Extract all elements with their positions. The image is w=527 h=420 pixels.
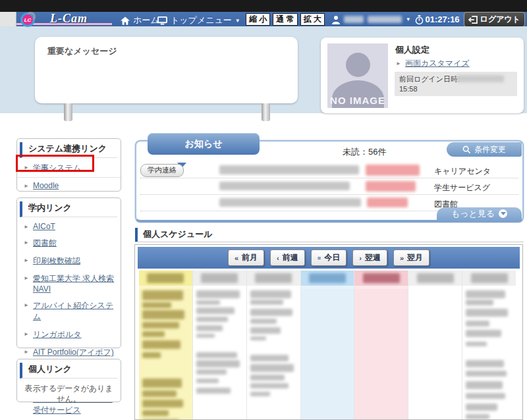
sidebar-item-parttime-job[interactable]: ►アルバイト紹介システム [17, 297, 121, 326]
normal-button[interactable]: 通 常 [273, 13, 297, 26]
brand-title: L-Cam [50, 12, 88, 26]
shrink-button[interactable]: 縮 小 [246, 13, 270, 26]
bullet-arrow-icon: ► [24, 275, 29, 281]
blurred-event [196, 307, 235, 314]
blurred-event [142, 410, 169, 416]
important-message-board: 重要なメッセージ [35, 37, 298, 103]
calendar-column [462, 271, 516, 420]
notice-row[interactable]: 学内連絡 キャリアセンタ [140, 162, 518, 178]
prev-week-button[interactable]: ‹前週 [270, 249, 305, 266]
blurred-event [466, 309, 508, 317]
condition-change-label: 条件変更 [474, 144, 506, 155]
circle-down-icon [499, 209, 507, 218]
blurred-event [196, 352, 237, 358]
board-leg [64, 103, 72, 121]
calendar-day-cell [193, 289, 246, 420]
ait-portfolio-link[interactable]: AIT Portfolio(アイポフ) [33, 347, 114, 358]
calendar-day-header [462, 271, 516, 286]
blurred-event [142, 290, 183, 300]
notice-tab[interactable]: お知らせ [148, 133, 260, 155]
logout-icon [468, 15, 478, 24]
see-more-button[interactable]: もっと見る [437, 207, 522, 220]
blurred-event [196, 360, 240, 367]
red-highlight-annotation [16, 155, 94, 172]
prev-month-button[interactable]: «前月 [228, 249, 264, 266]
nav-top-menu[interactable]: トップメニュー ▼ [157, 14, 240, 26]
bullet-arrow-icon: ► [24, 183, 29, 189]
calendar-day-cell [301, 289, 354, 420]
sidebar-item-aicot[interactable]: ►AICoT [17, 219, 121, 234]
aicot-link[interactable]: AICoT [33, 222, 55, 231]
today-button[interactable]: ■今日 [311, 249, 347, 266]
double-chevron-right-icon: » [400, 254, 404, 262]
blurred-event [142, 302, 171, 308]
board-leg [262, 103, 270, 121]
bullet-arrow-icon: ► [24, 257, 29, 263]
user-menu-chevron-icon[interactable]: ▼ [406, 16, 411, 22]
job-navi-link[interactable]: 愛知工業大学 求人検索NAVI [33, 273, 117, 294]
schedule-panel: «前月 ‹前週 ■今日 ›翌週 »翌月 [134, 244, 523, 420]
blurred-event [250, 355, 289, 361]
blurred-text [219, 165, 359, 174]
sidebar-item-job-navi[interactable]: ►愛知工業大学 求人検索NAVI [17, 270, 121, 297]
last-login-date-blurred [457, 75, 504, 82]
blurred-event [466, 360, 504, 367]
logout-button[interactable]: ログアウト [464, 12, 525, 27]
blurred-event [466, 371, 507, 377]
sidebar-item-moodle[interactable]: ► Moodle [17, 177, 121, 194]
blurred-event [142, 340, 180, 349]
blurred-day-label [255, 273, 292, 283]
sidebar-item-lingua-porta[interactable]: ►リンガポルタ [17, 326, 121, 344]
calendar-day-cell [408, 289, 462, 420]
lingua-porta-link[interactable]: リンガポルタ [33, 329, 82, 340]
bullet-arrow-icon: ► [24, 331, 29, 337]
blurred-event [466, 414, 489, 419]
next-week-button[interactable]: ›翌週 [352, 249, 387, 266]
blurred-day-label [417, 273, 454, 283]
moodle-link[interactable]: Moodle [33, 181, 59, 190]
condition-change-button[interactable]: 条件変更 [447, 142, 522, 157]
blurred-event [196, 300, 220, 305]
sidebar-item-library[interactable]: ►図書館 [17, 234, 121, 252]
calendar-toolbar: «前月 ‹前週 ■今日 ›翌週 »翌月 [138, 247, 520, 269]
blurred-event [142, 390, 177, 397]
notice-tag-cell [140, 178, 218, 194]
library-link[interactable]: 図書館 [33, 238, 57, 249]
notice-list: 学内連絡 キャリアセンタ 学生サービスグ [140, 162, 518, 211]
enlarge-button[interactable]: 拡 大 [300, 13, 325, 26]
blurred-event [142, 322, 179, 328]
blurred-event [196, 379, 219, 383]
sidebar-item-print-count[interactable]: ►印刷枚数確認 [17, 252, 121, 270]
calendar-day-cell [354, 289, 408, 420]
screen-customize-link[interactable]: 画面カスタマイズ [405, 58, 470, 69]
home-icon [121, 16, 130, 25]
calendar-day-header [193, 271, 246, 286]
prev-week-label: 前週 [283, 252, 298, 263]
notice-title-blurred [218, 178, 434, 194]
important-message-title: 重要なメッセージ [47, 45, 117, 57]
blurred-event [196, 317, 228, 322]
bullet-arrow-icon: ► [24, 349, 29, 355]
campus-links-box: 学内リンク ►AICoT ►図書館 ►印刷枚数確認 ►愛知工業大学 求人検索NA… [16, 197, 121, 348]
calendar-day-header [408, 271, 462, 286]
user-name-blurred [368, 16, 402, 23]
notice-row[interactable]: 学生サービスグ [140, 178, 518, 195]
blurred-event [196, 325, 223, 331]
nav-home[interactable]: ホーム [121, 14, 159, 26]
blurred-event [250, 364, 294, 372]
parttime-job-link[interactable]: アルバイト紹介システム [33, 300, 117, 323]
blurred-event [250, 327, 281, 334]
calendar-column [247, 271, 301, 420]
lcam-logo-icon: LC [20, 13, 35, 27]
print-count-link[interactable]: 印刷枚数確認 [33, 255, 80, 267]
blurred-event [142, 331, 165, 337]
personal-settings-title: 個人設定 [395, 44, 430, 56]
calendar-day-header [354, 271, 408, 286]
blurred-event [466, 393, 505, 399]
font-size-controls: 縮 小 通 常 拡 大 [246, 13, 325, 26]
chevron-down-icon: ▼ [235, 18, 240, 24]
blurred-event [250, 300, 283, 305]
next-month-button[interactable]: »翌月 [393, 249, 430, 266]
blurred-badge [366, 165, 420, 176]
blurred-event [466, 404, 497, 411]
